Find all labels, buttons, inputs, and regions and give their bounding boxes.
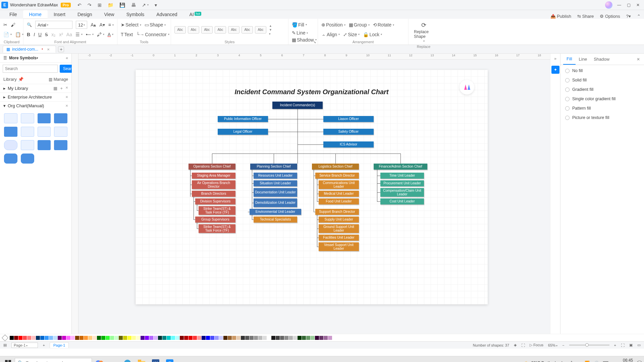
org-node[interactable]: Facilities Unit Leader <box>319 235 359 241</box>
tb-taskview-icon[interactable]: ▭▭ <box>107 358 120 362</box>
org-node[interactable]: Planning Section Chief <box>250 164 297 170</box>
connector[interactable] <box>377 192 380 193</box>
close-icon[interactable]: ✕ <box>636 3 640 7</box>
zoom-in-icon[interactable]: + <box>614 343 616 347</box>
org-node[interactable]: Staging Area Manager <box>192 173 235 179</box>
help-icon[interactable]: ?▾ <box>626 14 631 19</box>
open-icon[interactable]: 📁 <box>108 2 113 8</box>
shape-item[interactable] <box>21 127 34 137</box>
org-node[interactable]: Medical Unit Leader <box>319 191 359 197</box>
color-swatch[interactable] <box>271 336 275 340</box>
format-tab-line[interactable]: Line <box>576 54 591 64</box>
lib-add-icon[interactable]: + <box>60 86 63 91</box>
color-swatch[interactable] <box>267 336 271 340</box>
fill-option[interactable]: Picture or texture fill <box>565 115 639 120</box>
color-swatch[interactable] <box>306 336 310 340</box>
page-tab[interactable]: Page-1 <box>50 342 69 348</box>
maximize-icon[interactable]: ▢ <box>627 3 631 7</box>
color-swatch[interactable] <box>232 336 236 340</box>
tb-edge-icon[interactable] <box>121 358 134 362</box>
color-swatch[interactable] <box>202 336 206 340</box>
zoom-value[interactable]: 65% <box>548 343 557 347</box>
publish-button[interactable]: 📤 Publish <box>550 14 571 19</box>
format-tool-icon[interactable]: ✦ <box>551 66 559 74</box>
zoom-out-icon[interactable]: − <box>562 343 564 347</box>
color-swatch[interactable] <box>171 336 175 340</box>
connector[interactable] <box>190 170 191 197</box>
fit-page-icon[interactable]: ▣ <box>629 343 633 347</box>
style-preset[interactable]: Abc <box>174 26 186 34</box>
color-swatch[interactable] <box>18 336 22 340</box>
fill-btn[interactable]: 🪣 Fill <box>292 22 307 27</box>
tray-onedrive-icon[interactable]: ☁ <box>577 361 581 362</box>
chart-title[interactable]: Incident Command System Organizational C… <box>235 88 389 96</box>
gallery-down-icon[interactable]: ▼ <box>269 28 272 32</box>
drawing-page[interactable]: Incident Command System Organizational C… <box>136 70 488 304</box>
connector[interactable] <box>194 197 194 220</box>
color-swatch[interactable] <box>289 336 293 340</box>
notifications-icon[interactable]: 💬 <box>637 361 642 362</box>
style-preset[interactable]: Abc <box>188 26 199 34</box>
color-swatch[interactable] <box>45 336 49 340</box>
connector[interactable] <box>317 179 317 201</box>
connector[interactable] <box>377 170 377 201</box>
shape-item[interactable] <box>54 127 67 137</box>
color-swatch[interactable] <box>175 336 179 340</box>
color-swatch[interactable] <box>127 336 131 340</box>
org-node[interactable]: Legal Officer <box>218 129 268 135</box>
org-node[interactable]: ICS Advisor <box>323 141 374 147</box>
tray-lang-icon[interactable]: ⌨ <box>603 361 608 362</box>
color-swatch[interactable] <box>49 336 53 340</box>
new-icon[interactable]: ⊞ <box>98 2 102 8</box>
connector[interactable] <box>377 183 380 184</box>
color-swatch[interactable] <box>110 336 114 340</box>
color-swatch[interactable] <box>158 336 162 340</box>
options-button[interactable]: ⚙ Options <box>600 14 620 19</box>
tb-cortana-icon[interactable] <box>93 358 106 362</box>
line-btn[interactable]: ✎ Line <box>292 30 308 36</box>
org-node[interactable]: Branch Directors <box>192 191 235 197</box>
save-icon[interactable]: 💾 <box>119 2 125 8</box>
close-doc-icon[interactable]: ✕ <box>47 48 50 51</box>
connector[interactable] <box>298 144 323 145</box>
color-swatch[interactable] <box>119 336 123 340</box>
shape-item[interactable] <box>54 113 67 123</box>
collapse-panel-icon[interactable]: « <box>66 56 68 60</box>
color-swatch[interactable] <box>298 336 302 340</box>
color-swatch[interactable] <box>197 336 201 340</box>
color-swatch[interactable] <box>114 336 118 340</box>
tray-wifi-icon[interactable]: 📶 <box>585 361 590 362</box>
menu-advanced[interactable]: Advanced <box>150 10 183 19</box>
color-swatch[interactable] <box>193 336 197 340</box>
cut-icon[interactable]: ✂ <box>3 22 7 27</box>
color-swatch[interactable] <box>40 336 44 340</box>
doc-tab-active[interactable]: ▦ incident-com... • ✕ <box>3 46 56 53</box>
org-node[interactable]: Communications Unit Leader <box>319 180 359 189</box>
color-swatch[interactable] <box>284 336 288 340</box>
shape-item[interactable] <box>38 113 51 123</box>
color-swatch[interactable] <box>254 336 258 340</box>
sub-icon[interactable]: x₂ <box>51 32 56 37</box>
connector[interactable] <box>197 223 197 229</box>
color-swatch[interactable] <box>106 336 110 340</box>
style-preset[interactable]: Abc <box>215 26 226 34</box>
color-swatch[interactable] <box>180 336 184 340</box>
color-swatch[interactable] <box>319 336 323 340</box>
lib-my-library[interactable]: ▸ My Library ▦+✕ <box>0 84 71 93</box>
decrease-font-icon[interactable]: A▾ <box>99 22 105 27</box>
lib-ea[interactable]: ▸ Enterprise Architecture✕ <box>0 93 71 101</box>
connector[interactable] <box>212 154 212 164</box>
color-swatch[interactable] <box>245 336 249 340</box>
org-node[interactable]: Environmental Unit Leader <box>250 209 301 215</box>
color-swatch[interactable] <box>23 336 27 340</box>
connector[interactable] <box>274 154 274 164</box>
undo-icon[interactable]: ↶ <box>77 2 82 8</box>
color-swatch[interactable] <box>132 336 136 340</box>
collapse-ribbon-icon[interactable]: ⌃ <box>637 14 641 19</box>
shape-item[interactable] <box>38 140 51 150</box>
color-swatch[interactable] <box>36 336 40 340</box>
close-panel-icon[interactable]: ✕ <box>635 56 641 63</box>
linespacing-icon[interactable]: ☰ <box>75 32 83 37</box>
tray-volume-icon[interactable]: 🔊 <box>594 361 599 362</box>
org-node[interactable]: Technical Specialists <box>254 217 297 223</box>
